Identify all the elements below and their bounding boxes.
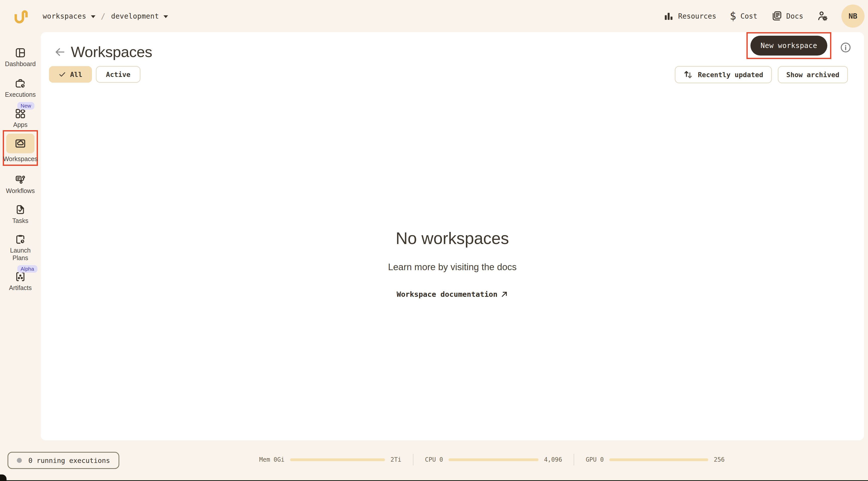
- nav-docs[interactable]: Docs: [771, 10, 803, 22]
- status-bar: 0 running executions Mem 0Gi 2Ti CPU 0 4…: [0, 440, 868, 481]
- meter-used: 0Gi: [274, 456, 284, 463]
- memory-meter-label: Mem 0Gi: [259, 456, 285, 463]
- dollar-icon: $: [730, 11, 736, 21]
- sidebar: Dashboard Executions New: [0, 32, 41, 292]
- workspace-documentation-label: Workspace documentation: [397, 290, 498, 299]
- sort-arrows-icon: [683, 70, 693, 80]
- page-title: Workspaces: [71, 43, 152, 61]
- union-logo[interactable]: [12, 8, 29, 24]
- sidebar-item-executions[interactable]: Executions: [5, 78, 36, 98]
- meter-capacity: 2Ti: [391, 456, 401, 463]
- running-executions-label: 0 running executions: [28, 457, 110, 464]
- meter-used: 0: [600, 456, 604, 463]
- workspace-documentation-link[interactable]: Workspace documentation: [397, 290, 508, 299]
- memory-meter-bar: [290, 458, 385, 461]
- meter-name: GPU: [586, 456, 596, 463]
- breadcrumb-domain-label: development: [111, 12, 159, 20]
- gpu-meter-bar: [609, 458, 708, 461]
- nav-cost-label: Cost: [740, 12, 757, 20]
- sidebar-item-label: Workflows: [6, 187, 35, 195]
- alpha-badge: Alpha: [17, 265, 37, 273]
- back-button[interactable]: [54, 46, 66, 58]
- check-icon: [59, 71, 66, 78]
- arrow-up-right-icon: [501, 291, 508, 298]
- avatar[interactable]: NB: [841, 4, 865, 28]
- sidebar-item-launch-plans[interactable]: Launch Plans: [2, 234, 39, 262]
- breadcrumb-domain-selector[interactable]: development: [111, 12, 168, 20]
- meter-divider: [413, 454, 413, 465]
- sort-button-label: Recently updated: [698, 71, 763, 79]
- workspaces-active-tile: [6, 134, 34, 153]
- sidebar-item-apps[interactable]: New Apps: [13, 108, 28, 129]
- running-executions-pill[interactable]: 0 running executions: [7, 452, 119, 469]
- meter-capacity: 4,096: [544, 456, 562, 463]
- nav-user-management[interactable]: [817, 10, 828, 22]
- nav-cost[interactable]: $ Cost: [730, 11, 757, 21]
- sidebar-item-label: Tasks: [12, 217, 28, 225]
- sidebar-item-label: Executions: [5, 91, 36, 98]
- avatar-initials: NB: [849, 12, 858, 20]
- cpu-meter-bar: [448, 458, 538, 461]
- filter-all-chip[interactable]: All: [49, 66, 92, 83]
- empty-state: No workspaces Learn more by visiting the…: [41, 229, 864, 299]
- sidebar-item-tasks[interactable]: Tasks: [12, 204, 28, 225]
- sort-button[interactable]: Recently updated: [675, 66, 772, 83]
- main-content-card: Workspaces New workspace All Active: [41, 32, 864, 440]
- app-window: workspaces / development Resources $ Cos…: [0, 0, 868, 481]
- dashboard-icon: [15, 47, 26, 58]
- sidebar-item-workflows[interactable]: Workflows: [6, 174, 35, 195]
- annotation-highlight-new-workspace: New workspace: [746, 32, 831, 59]
- gpu-meter: GPU 0 256: [586, 456, 724, 463]
- launch-plans-icon: [15, 234, 26, 245]
- arrow-left-icon: [54, 46, 66, 58]
- cpu-meter-label: CPU 0: [425, 456, 443, 463]
- breadcrumb-separator: /: [101, 12, 106, 21]
- sidebar-item-workspaces[interactable]: Workspaces: [3, 130, 38, 166]
- meter-divider: [574, 454, 574, 465]
- filter-all-label: All: [70, 71, 82, 79]
- executions-icon: [15, 78, 26, 89]
- new-badge: New: [17, 102, 34, 110]
- info-button[interactable]: [840, 42, 851, 53]
- union-logo-icon: [12, 8, 29, 24]
- sidebar-item-label: Workspaces: [3, 155, 37, 163]
- meter-name: CPU: [425, 456, 436, 463]
- bar-chart-icon: [663, 11, 674, 21]
- breadcrumb-project-selector[interactable]: workspaces: [43, 12, 95, 20]
- show-archived-label: Show archived: [786, 71, 839, 79]
- user-settings-icon: [817, 10, 828, 22]
- breadcrumb-project-label: workspaces: [43, 12, 86, 20]
- workflows-icon: [15, 174, 26, 185]
- info-icon: [840, 42, 851, 53]
- page-header: Workspaces: [41, 32, 864, 61]
- nav-docs-label: Docs: [786, 12, 803, 20]
- list-controls: Recently updated Show archived: [675, 66, 848, 83]
- top-nav: Resources $ Cost Docs: [663, 4, 865, 28]
- resource-meters: Mem 0Gi 2Ti CPU 0 4,096 GPU 0: [259, 440, 724, 479]
- top-bar: workspaces / development Resources $ Cos…: [0, 0, 868, 32]
- sidebar-item-dashboard[interactable]: Dashboard: [5, 47, 36, 68]
- memory-meter: Mem 0Gi 2Ti: [259, 456, 401, 463]
- new-workspace-button[interactable]: New workspace: [750, 36, 827, 56]
- empty-state-subtitle: Learn more by visiting the docs: [388, 262, 517, 272]
- gpu-meter-label: GPU 0: [586, 456, 604, 463]
- sidebar-item-label: Artifacts: [9, 284, 32, 292]
- sidebar-item-label: Launch Plans: [2, 247, 39, 262]
- chevron-down-icon: [91, 15, 95, 18]
- filter-active-chip[interactable]: Active: [96, 66, 141, 83]
- status-dot-icon: [17, 458, 22, 463]
- docs-icon: [771, 10, 782, 22]
- filter-active-label: Active: [106, 71, 131, 79]
- sidebar-item-artifacts[interactable]: Alpha Artifacts: [9, 271, 32, 292]
- nav-resources[interactable]: Resources: [663, 11, 716, 21]
- workspaces-icon: [14, 138, 26, 149]
- filter-chips: All Active: [49, 66, 141, 83]
- apps-icon: [15, 108, 26, 119]
- show-archived-button[interactable]: Show archived: [778, 66, 848, 83]
- sidebar-item-label: Dashboard: [5, 60, 36, 68]
- breadcrumb: workspaces / development: [43, 12, 168, 21]
- empty-state-title: No workspaces: [396, 229, 509, 248]
- sidebar-item-label: Apps: [13, 121, 28, 129]
- tasks-icon: [15, 204, 26, 215]
- nav-resources-label: Resources: [678, 12, 716, 20]
